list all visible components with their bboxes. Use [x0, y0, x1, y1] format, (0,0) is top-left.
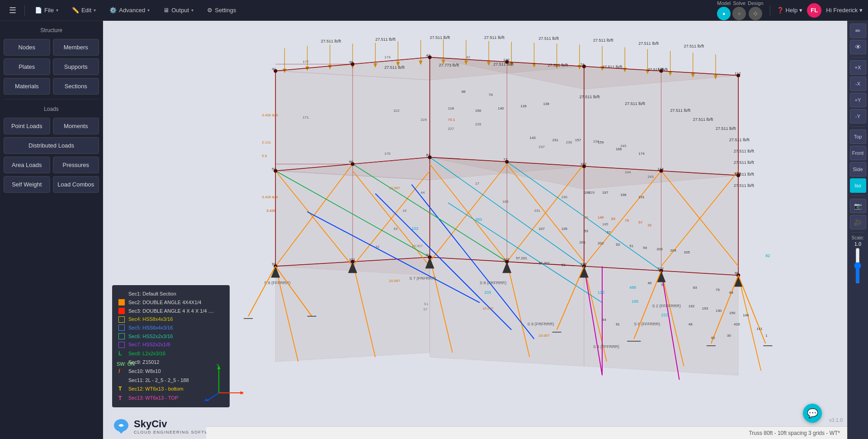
- user-avatar[interactable]: FL: [807, 3, 821, 18]
- iso-label: Iso: [854, 183, 861, 188]
- svg-text:27.511 lb/ft: 27.511 lb/ft: [384, 65, 405, 70]
- svg-text:Z: Z: [203, 400, 206, 401]
- eye-icon: 👁: [855, 43, 861, 51]
- supports-button[interactable]: Supports: [53, 58, 99, 75]
- solve-button[interactable]: ○: [732, 7, 746, 20]
- model-group: Model ●: [717, 0, 731, 20]
- svg-text:197: 197: [602, 191, 609, 195]
- design-label: Design: [748, 0, 763, 6]
- edit-mode-button[interactable]: ✏: [850, 24, 866, 38]
- svg-text:75: 75: [716, 288, 720, 292]
- canvas-area[interactable]: 27.511 lb/ft 27.511 lb/ft 27.511 lb/ft 2…: [103, 21, 847, 439]
- hamburger-menu[interactable]: ☰: [5, 4, 20, 17]
- view-minus-x-button[interactable]: -X: [850, 76, 866, 91]
- toolbar-divider-3: [851, 196, 865, 196]
- load-combos-button[interactable]: Load Combos: [53, 176, 99, 193]
- view-side-button[interactable]: Side: [850, 162, 866, 177]
- sidebar-divider-1: [4, 99, 99, 100]
- view-minus-y-button[interactable]: -Y: [850, 109, 866, 124]
- materials-button[interactable]: Materials: [4, 78, 50, 95]
- screenshot-button[interactable]: 📷: [850, 199, 866, 213]
- status-bar: Truss 80ft - 10ft spacing 3 grids - WT*: [206, 426, 847, 439]
- chat-button[interactable]: 💬: [803, 404, 822, 423]
- svg-text:157: 157: [575, 138, 581, 142]
- view-top-button[interactable]: Top: [850, 129, 866, 144]
- minus-x-label: -X: [855, 81, 860, 86]
- view-plus-x-button[interactable]: +X: [850, 60, 866, 75]
- view-toggle-button[interactable]: 👁: [850, 40, 866, 54]
- svg-text:96: 96: [735, 271, 739, 275]
- view-plus-y-button[interactable]: +Y: [850, 93, 866, 107]
- members-button[interactable]: Members: [53, 39, 99, 56]
- svg-text:27.511 lb/ft: 27.511 lb/ft: [734, 149, 754, 153]
- svg-text:27.511 lb/ft: 27.511 lb/ft: [734, 160, 754, 165]
- svg-text:3.426 lb/ft: 3.426 lb/ft: [262, 195, 278, 199]
- solve-label: Solve: [733, 0, 746, 6]
- status-text: Truss 80ft - 10ft spacing 3 grids - WT*: [749, 430, 840, 436]
- svg-text:27.511 lb/ft: 27.511 lb/ft: [484, 35, 505, 40]
- svg-text:54: 54: [643, 246, 647, 250]
- svg-text:2.111: 2.111: [262, 140, 271, 144]
- svg-text:174: 174: [638, 152, 645, 156]
- legend-icon-sec8: L: [118, 349, 125, 358]
- distributed-loads-button[interactable]: Distributed Loads: [4, 137, 99, 154]
- plates-button[interactable]: Plates: [4, 58, 50, 75]
- svg-text:10.007: 10.007: [482, 306, 494, 310]
- svg-marker-13: [584, 266, 738, 375]
- loads-buttons: Point Loads Moments Distributed Loads Ar…: [4, 118, 99, 193]
- svg-text:141: 141: [756, 327, 763, 331]
- legend-swatch-sec5: [118, 324, 125, 331]
- help-button[interactable]: ❓ Help ▾: [777, 7, 803, 14]
- svg-text:33: 33: [393, 227, 397, 231]
- svg-text:27.511 lb/ft: 27.511 lb/ft: [580, 95, 600, 99]
- svg-text:51: 51: [629, 244, 633, 248]
- design-button[interactable]: ◇: [749, 7, 762, 20]
- self-weight-button[interactable]: Self Weight: [4, 176, 50, 193]
- legend-swatch-sec4: [118, 316, 125, 323]
- file-icon: 📄: [35, 7, 42, 14]
- view-iso-button[interactable]: Iso: [850, 178, 866, 193]
- svg-text:193: 193: [702, 306, 708, 310]
- svg-text:159: 159: [598, 140, 604, 144]
- user-name[interactable]: Hi Frederick ▾: [826, 7, 863, 14]
- svg-text:112: 112: [735, 72, 741, 76]
- point-loads-button[interactable]: Point Loads: [4, 118, 50, 134]
- nodes-button[interactable]: Nodes: [4, 39, 50, 56]
- skyciv-logo-icon: [112, 418, 130, 434]
- output-caret: ▾: [191, 8, 193, 13]
- svg-text:27.511 lb/ft: 27.511 lb/ft: [638, 41, 659, 46]
- topnav: ☰ 📄 File ▾ ✏️ Edit ▾ ⚙️ Advanced ▾ 🖥 Out…: [0, 0, 868, 21]
- nav-settings[interactable]: ⚙ Settings: [202, 4, 241, 16]
- pressures-button[interactable]: Pressures: [53, 157, 99, 173]
- svg-text:322: 322: [393, 109, 400, 113]
- svg-text:X: X: [242, 391, 243, 396]
- svg-text:27.511 lb/ft: 27.511 lb/ft: [539, 36, 559, 41]
- svg-text:82: 82: [765, 253, 770, 258]
- model-button[interactable]: ●: [717, 7, 731, 20]
- area-loads-button[interactable]: Area Loads: [4, 157, 50, 173]
- svg-text:96: 96: [349, 160, 353, 164]
- legend-swatch-sec3: [118, 308, 125, 314]
- nav-divider-2: [770, 5, 770, 16]
- svg-text:22: 22: [647, 223, 651, 227]
- svg-text:222: 222: [657, 267, 664, 271]
- sections-button[interactable]: Sections: [53, 78, 99, 95]
- legend-swatch-sec6: [118, 333, 125, 339]
- nav-edit[interactable]: ✏️ Edit ▾: [66, 4, 101, 16]
- nav-output[interactable]: 🖥 Output ▾: [158, 4, 199, 16]
- nav-advanced[interactable]: ⚙️ Advanced ▾: [104, 4, 155, 16]
- svg-text:120: 120: [503, 58, 509, 62]
- scale-label: Scale:: [852, 235, 864, 240]
- record-button[interactable]: 🎥: [850, 215, 866, 229]
- view-front-button[interactable]: Front: [850, 146, 866, 160]
- structure-label: Structure: [4, 25, 99, 36]
- toolbar-divider-2: [851, 126, 865, 127]
- scale-slider[interactable]: [854, 248, 861, 284]
- version-label: v3.1.0: [829, 417, 843, 423]
- help-caret: ▾: [799, 7, 802, 14]
- nav-settings-label: Settings: [215, 7, 236, 14]
- svg-text:41: 41: [272, 67, 276, 71]
- moments-button[interactable]: Moments: [53, 118, 99, 134]
- nav-file[interactable]: 📄 File ▾: [29, 4, 64, 16]
- advanced-caret: ▾: [147, 8, 150, 13]
